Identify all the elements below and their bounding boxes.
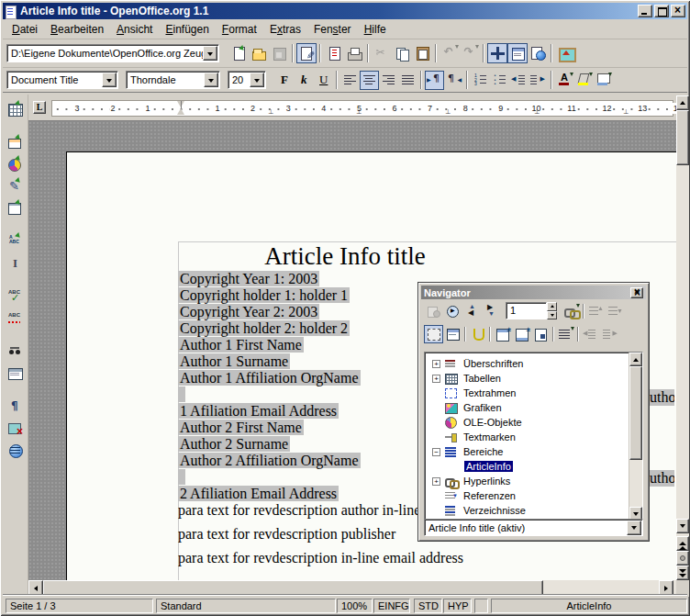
tree-item-label[interactable]: Verzeichnisse [462, 505, 528, 516]
tree-item-label[interactable]: Referenzen [462, 490, 518, 501]
decrease-indent-button[interactable] [509, 71, 529, 90]
rtl-button[interactable] [444, 71, 463, 90]
underline-button[interactable] [314, 71, 333, 90]
print-button[interactable] [344, 43, 364, 63]
tree-item-label[interactable]: Überschriften [462, 358, 525, 369]
maximize-button[interactable] [654, 5, 669, 17]
navigation-point-button[interactable] [676, 551, 689, 566]
italic-button[interactable] [295, 71, 314, 90]
horizontal-ruler[interactable]: 3211234567891011121314⊥⊥⊥⊥⊥ [51, 100, 673, 117]
tree-item-label[interactable]: Bereiche [462, 446, 505, 457]
menu-item-format[interactable]: Format [216, 21, 263, 38]
header-button[interactable] [493, 325, 512, 343]
spin-down-button[interactable] [547, 311, 557, 320]
navigator-tree-item-tabellen[interactable]: +Tabellen [425, 371, 642, 386]
highlighting-button[interactable] [574, 71, 594, 90]
indent-marker[interactable] [177, 101, 185, 116]
stylist-button[interactable] [507, 43, 528, 63]
autotext-button[interactable] [5, 230, 27, 252]
form-functions-button[interactable] [5, 197, 27, 219]
heading-levels-shown-button[interactable] [556, 325, 575, 343]
spin-up-button[interactable] [547, 302, 557, 311]
paragraph-style-combobox[interactable]: Document Title [6, 71, 118, 89]
navigator-tree-item-grafiken[interactable]: Grafiken [425, 400, 642, 415]
page-number-spinbox[interactable]: 1 [506, 302, 557, 319]
tree-item-label[interactable]: Textrahmen [462, 387, 518, 398]
tree-item-label[interactable]: ArticleInfo [464, 461, 513, 472]
navigator-tree-item-ole-objekte[interactable]: OLE-Objekte [425, 415, 642, 430]
selector-dropdown-button[interactable] [627, 521, 641, 535]
navigator-tree-item-referenzen[interactable]: Referenzen [425, 488, 642, 503]
expand-icon[interactable]: + [432, 360, 440, 368]
numbering-button[interactable] [471, 71, 490, 90]
navigator-title-bar[interactable]: Navigator [421, 286, 646, 299]
font-dropdown-button[interactable] [204, 73, 218, 87]
menu-item-bearbeiten[interactable]: Bearbeiten [44, 21, 110, 38]
navigator-tree-item-textmarken[interactable]: Textmarken [425, 430, 642, 444]
status-selection-mode[interactable]: STD [414, 599, 442, 613]
scroll-down-button[interactable] [676, 519, 689, 533]
close-button[interactable] [671, 5, 685, 17]
justify-button[interactable] [398, 71, 417, 90]
ltr-button[interactable] [425, 71, 444, 90]
vertical-scrollbar[interactable] [676, 95, 689, 580]
navigator-tree-item-articleinfo[interactable]: ArticleInfo [425, 459, 642, 474]
expand-icon[interactable]: + [432, 375, 440, 383]
scroll-up-button[interactable] [676, 95, 689, 110]
tree-item-label[interactable]: Hyperlinks [462, 476, 512, 487]
find-replace-button[interactable] [5, 341, 27, 363]
navigator-tree-item-textrahmen[interactable]: Textrahmen [425, 386, 642, 400]
next-button[interactable] [482, 302, 501, 320]
status-zoom[interactable]: 100% [337, 599, 373, 613]
navigator-button[interactable] [487, 43, 507, 63]
font-name-combobox[interactable]: Thorndale [126, 71, 220, 89]
tree-item-label[interactable]: Tabellen [462, 373, 503, 384]
paragraph-background-button[interactable] [594, 71, 613, 90]
font-color-button[interactable] [555, 71, 574, 90]
hyperlink-dialog-button[interactable] [528, 43, 548, 63]
align-left-button[interactable] [340, 71, 360, 90]
scroll-up-button[interactable] [629, 353, 642, 366]
insert-table-button[interactable] [5, 98, 27, 120]
navigator-tree-item-hyperlinks[interactable]: +Hyperlinks [425, 474, 642, 488]
insert-button[interactable] [5, 131, 27, 153]
document-selector-combobox[interactable]: Article Info title (aktiv) [424, 519, 643, 536]
url-combobox[interactable]: D:\Eigene Dokumente\OpenOffice.org Zeugs… [6, 44, 219, 62]
vertical-scroll-thumb[interactable] [676, 110, 689, 165]
navigator-scrollbar[interactable] [629, 353, 642, 521]
anchor-text-button[interactable] [531, 325, 551, 343]
auto-spellcheck-button[interactable] [5, 308, 27, 330]
collapse-icon[interactable]: − [432, 448, 440, 456]
navigator-tree-item-bereiche[interactable]: −Bereiche [425, 444, 642, 459]
page-number-value[interactable]: 1 [506, 302, 547, 319]
increase-indent-button[interactable] [529, 71, 548, 90]
nonprinting-characters-button[interactable] [5, 396, 27, 418]
previous-page-button[interactable] [676, 536, 689, 551]
style-dropdown-button[interactable] [102, 73, 117, 87]
expand-icon[interactable]: + [432, 477, 440, 486]
footer-button[interactable] [512, 325, 531, 343]
drag-mode-button[interactable] [562, 302, 581, 320]
navigator-scroll-thumb[interactable] [629, 366, 642, 460]
tree-item-label[interactable]: Textmarken [462, 431, 518, 442]
status-page-style[interactable]: Standard [156, 599, 336, 613]
menu-item-extras[interactable]: Extras [263, 21, 307, 38]
tab-type-button[interactable]: L [33, 101, 46, 114]
menu-item-hilfe[interactable]: Hilfe [358, 21, 393, 38]
align-center-button[interactable] [360, 71, 379, 90]
list-box-on-off-button[interactable] [424, 325, 443, 343]
status-page[interactable]: Seite 1 / 3 [6, 599, 153, 613]
navigator-close-button[interactable] [630, 287, 643, 298]
minimize-button[interactable] [638, 5, 652, 17]
font-size-combobox[interactable]: 20 [228, 71, 266, 89]
set-reminder-button[interactable] [468, 325, 487, 343]
content-view-button[interactable] [443, 325, 462, 343]
menu-item-ansicht[interactable]: Ansicht [110, 21, 159, 38]
url-dropdown-button[interactable] [203, 46, 217, 61]
navigator-tree-item-überschriften[interactable]: +Überschriften [425, 356, 642, 371]
next-page-button[interactable] [676, 566, 689, 580]
graphics-on-off-button[interactable] [5, 418, 27, 440]
bullets-button[interactable] [490, 71, 509, 90]
direct-cursor-button[interactable] [5, 252, 27, 274]
edit-file-button[interactable] [296, 43, 317, 63]
